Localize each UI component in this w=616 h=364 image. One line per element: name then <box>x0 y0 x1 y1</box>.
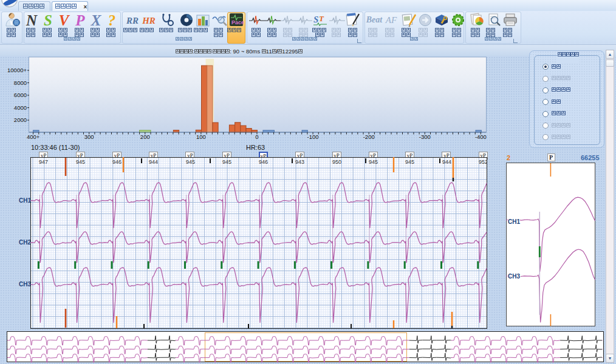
svg-text:CH3: CH3 <box>19 281 31 288</box>
svg-text:946: 946 <box>112 159 121 165</box>
svg-text:952: 952 <box>479 159 488 165</box>
svg-text:CH1: CH1 <box>19 197 31 204</box>
svg-text:945: 945 <box>186 159 195 165</box>
svg-text:950: 950 <box>332 159 341 165</box>
svg-text:945: 945 <box>369 159 378 165</box>
svg-text:944: 944 <box>149 159 158 165</box>
svg-text:945: 945 <box>405 159 414 165</box>
svg-text:CH2: CH2 <box>19 239 31 246</box>
svg-text:CH1: CH1 <box>508 218 520 225</box>
svg-text:944: 944 <box>442 159 451 165</box>
svg-text:947: 947 <box>39 159 48 165</box>
svg-text:943: 943 <box>295 159 304 165</box>
svg-text:946: 946 <box>259 159 268 165</box>
svg-text:CH3: CH3 <box>508 273 520 280</box>
svg-text:945: 945 <box>222 159 231 165</box>
svg-text:945: 945 <box>76 159 85 165</box>
